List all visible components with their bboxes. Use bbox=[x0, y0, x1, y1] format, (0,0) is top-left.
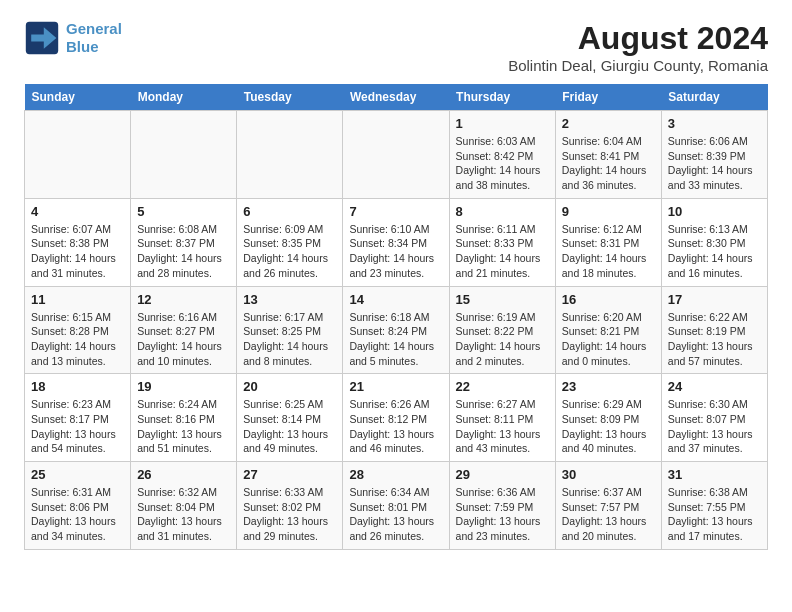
day-info: Sunrise: 6:18 AM Sunset: 8:24 PM Dayligh… bbox=[349, 310, 442, 369]
weekday-header-saturday: Saturday bbox=[661, 84, 767, 111]
day-number: 24 bbox=[668, 379, 761, 394]
day-info: Sunrise: 6:11 AM Sunset: 8:33 PM Dayligh… bbox=[456, 222, 549, 281]
calendar-week-1: 1Sunrise: 6:03 AM Sunset: 8:42 PM Daylig… bbox=[25, 111, 768, 199]
day-info: Sunrise: 6:13 AM Sunset: 8:30 PM Dayligh… bbox=[668, 222, 761, 281]
day-number: 4 bbox=[31, 204, 124, 219]
day-number: 30 bbox=[562, 467, 655, 482]
day-info: Sunrise: 6:32 AM Sunset: 8:04 PM Dayligh… bbox=[137, 485, 230, 544]
empty-cell bbox=[237, 111, 343, 199]
day-info: Sunrise: 6:04 AM Sunset: 8:41 PM Dayligh… bbox=[562, 134, 655, 193]
day-info: Sunrise: 6:07 AM Sunset: 8:38 PM Dayligh… bbox=[31, 222, 124, 281]
day-number: 16 bbox=[562, 292, 655, 307]
day-cell-16: 16Sunrise: 6:20 AM Sunset: 8:21 PM Dayli… bbox=[555, 286, 661, 374]
day-cell-26: 26Sunrise: 6:32 AM Sunset: 8:04 PM Dayli… bbox=[131, 462, 237, 550]
day-number: 17 bbox=[668, 292, 761, 307]
day-info: Sunrise: 6:22 AM Sunset: 8:19 PM Dayligh… bbox=[668, 310, 761, 369]
day-cell-22: 22Sunrise: 6:27 AM Sunset: 8:11 PM Dayli… bbox=[449, 374, 555, 462]
day-cell-6: 6Sunrise: 6:09 AM Sunset: 8:35 PM Daylig… bbox=[237, 198, 343, 286]
day-info: Sunrise: 6:30 AM Sunset: 8:07 PM Dayligh… bbox=[668, 397, 761, 456]
day-cell-17: 17Sunrise: 6:22 AM Sunset: 8:19 PM Dayli… bbox=[661, 286, 767, 374]
day-info: Sunrise: 6:26 AM Sunset: 8:12 PM Dayligh… bbox=[349, 397, 442, 456]
day-info: Sunrise: 6:27 AM Sunset: 8:11 PM Dayligh… bbox=[456, 397, 549, 456]
day-number: 9 bbox=[562, 204, 655, 219]
day-info: Sunrise: 6:36 AM Sunset: 7:59 PM Dayligh… bbox=[456, 485, 549, 544]
day-cell-21: 21Sunrise: 6:26 AM Sunset: 8:12 PM Dayli… bbox=[343, 374, 449, 462]
day-cell-5: 5Sunrise: 6:08 AM Sunset: 8:37 PM Daylig… bbox=[131, 198, 237, 286]
logo-general: General bbox=[66, 20, 122, 37]
day-number: 10 bbox=[668, 204, 761, 219]
day-info: Sunrise: 6:15 AM Sunset: 8:28 PM Dayligh… bbox=[31, 310, 124, 369]
day-cell-18: 18Sunrise: 6:23 AM Sunset: 8:17 PM Dayli… bbox=[25, 374, 131, 462]
day-number: 25 bbox=[31, 467, 124, 482]
day-info: Sunrise: 6:23 AM Sunset: 8:17 PM Dayligh… bbox=[31, 397, 124, 456]
day-cell-2: 2Sunrise: 6:04 AM Sunset: 8:41 PM Daylig… bbox=[555, 111, 661, 199]
page: General Blue August 2024 Bolintin Deal, … bbox=[0, 0, 792, 570]
logo-text: General Blue bbox=[66, 20, 122, 56]
day-cell-27: 27Sunrise: 6:33 AM Sunset: 8:02 PM Dayli… bbox=[237, 462, 343, 550]
weekday-header-sunday: Sunday bbox=[25, 84, 131, 111]
day-cell-28: 28Sunrise: 6:34 AM Sunset: 8:01 PM Dayli… bbox=[343, 462, 449, 550]
day-number: 13 bbox=[243, 292, 336, 307]
day-cell-31: 31Sunrise: 6:38 AM Sunset: 7:55 PM Dayli… bbox=[661, 462, 767, 550]
day-info: Sunrise: 6:09 AM Sunset: 8:35 PM Dayligh… bbox=[243, 222, 336, 281]
calendar-week-4: 18Sunrise: 6:23 AM Sunset: 8:17 PM Dayli… bbox=[25, 374, 768, 462]
day-info: Sunrise: 6:25 AM Sunset: 8:14 PM Dayligh… bbox=[243, 397, 336, 456]
day-info: Sunrise: 6:19 AM Sunset: 8:22 PM Dayligh… bbox=[456, 310, 549, 369]
subtitle: Bolintin Deal, Giurgiu County, Romania bbox=[508, 57, 768, 74]
day-cell-1: 1Sunrise: 6:03 AM Sunset: 8:42 PM Daylig… bbox=[449, 111, 555, 199]
day-cell-20: 20Sunrise: 6:25 AM Sunset: 8:14 PM Dayli… bbox=[237, 374, 343, 462]
calendar-week-2: 4Sunrise: 6:07 AM Sunset: 8:38 PM Daylig… bbox=[25, 198, 768, 286]
day-number: 29 bbox=[456, 467, 549, 482]
logo-blue: Blue bbox=[66, 38, 99, 55]
calendar-table: SundayMondayTuesdayWednesdayThursdayFrid… bbox=[24, 84, 768, 550]
weekday-row: SundayMondayTuesdayWednesdayThursdayFrid… bbox=[25, 84, 768, 111]
day-info: Sunrise: 6:37 AM Sunset: 7:57 PM Dayligh… bbox=[562, 485, 655, 544]
day-number: 5 bbox=[137, 204, 230, 219]
day-number: 11 bbox=[31, 292, 124, 307]
logo: General Blue bbox=[24, 20, 122, 56]
calendar-week-3: 11Sunrise: 6:15 AM Sunset: 8:28 PM Dayli… bbox=[25, 286, 768, 374]
day-cell-3: 3Sunrise: 6:06 AM Sunset: 8:39 PM Daylig… bbox=[661, 111, 767, 199]
day-number: 14 bbox=[349, 292, 442, 307]
day-number: 19 bbox=[137, 379, 230, 394]
day-number: 2 bbox=[562, 116, 655, 131]
day-number: 18 bbox=[31, 379, 124, 394]
main-title: August 2024 bbox=[508, 20, 768, 57]
day-info: Sunrise: 6:16 AM Sunset: 8:27 PM Dayligh… bbox=[137, 310, 230, 369]
day-info: Sunrise: 6:29 AM Sunset: 8:09 PM Dayligh… bbox=[562, 397, 655, 456]
day-number: 20 bbox=[243, 379, 336, 394]
weekday-header-monday: Monday bbox=[131, 84, 237, 111]
day-info: Sunrise: 6:10 AM Sunset: 8:34 PM Dayligh… bbox=[349, 222, 442, 281]
day-number: 26 bbox=[137, 467, 230, 482]
weekday-header-thursday: Thursday bbox=[449, 84, 555, 111]
day-cell-8: 8Sunrise: 6:11 AM Sunset: 8:33 PM Daylig… bbox=[449, 198, 555, 286]
day-cell-9: 9Sunrise: 6:12 AM Sunset: 8:31 PM Daylig… bbox=[555, 198, 661, 286]
weekday-header-tuesday: Tuesday bbox=[237, 84, 343, 111]
day-number: 22 bbox=[456, 379, 549, 394]
empty-cell bbox=[131, 111, 237, 199]
day-cell-10: 10Sunrise: 6:13 AM Sunset: 8:30 PM Dayli… bbox=[661, 198, 767, 286]
day-info: Sunrise: 6:34 AM Sunset: 8:01 PM Dayligh… bbox=[349, 485, 442, 544]
day-cell-4: 4Sunrise: 6:07 AM Sunset: 8:38 PM Daylig… bbox=[25, 198, 131, 286]
day-number: 12 bbox=[137, 292, 230, 307]
weekday-header-wednesday: Wednesday bbox=[343, 84, 449, 111]
day-info: Sunrise: 6:06 AM Sunset: 8:39 PM Dayligh… bbox=[668, 134, 761, 193]
day-info: Sunrise: 6:08 AM Sunset: 8:37 PM Dayligh… bbox=[137, 222, 230, 281]
day-cell-23: 23Sunrise: 6:29 AM Sunset: 8:09 PM Dayli… bbox=[555, 374, 661, 462]
day-cell-15: 15Sunrise: 6:19 AM Sunset: 8:22 PM Dayli… bbox=[449, 286, 555, 374]
calendar-header: SundayMondayTuesdayWednesdayThursdayFrid… bbox=[25, 84, 768, 111]
day-number: 6 bbox=[243, 204, 336, 219]
empty-cell bbox=[25, 111, 131, 199]
day-info: Sunrise: 6:31 AM Sunset: 8:06 PM Dayligh… bbox=[31, 485, 124, 544]
day-number: 31 bbox=[668, 467, 761, 482]
day-info: Sunrise: 6:33 AM Sunset: 8:02 PM Dayligh… bbox=[243, 485, 336, 544]
day-cell-14: 14Sunrise: 6:18 AM Sunset: 8:24 PM Dayli… bbox=[343, 286, 449, 374]
day-cell-13: 13Sunrise: 6:17 AM Sunset: 8:25 PM Dayli… bbox=[237, 286, 343, 374]
day-cell-30: 30Sunrise: 6:37 AM Sunset: 7:57 PM Dayli… bbox=[555, 462, 661, 550]
day-number: 27 bbox=[243, 467, 336, 482]
day-cell-25: 25Sunrise: 6:31 AM Sunset: 8:06 PM Dayli… bbox=[25, 462, 131, 550]
day-cell-24: 24Sunrise: 6:30 AM Sunset: 8:07 PM Dayli… bbox=[661, 374, 767, 462]
day-info: Sunrise: 6:03 AM Sunset: 8:42 PM Dayligh… bbox=[456, 134, 549, 193]
day-number: 15 bbox=[456, 292, 549, 307]
day-number: 7 bbox=[349, 204, 442, 219]
